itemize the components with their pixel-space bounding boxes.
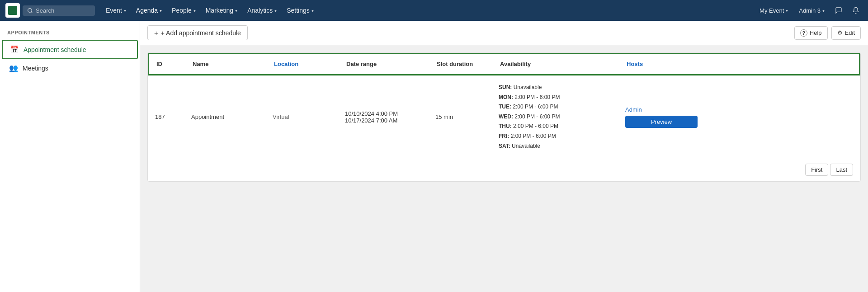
content-area: + + Add appointment schedule ? Help ⚙ Ed… [140,21,868,292]
bell-icon[interactable] [849,4,863,17]
nav-menu: Event ▾ Agenda ▾ People ▾ Marketing ▾ An… [101,4,753,17]
table-header-wrapper: ID Name Location Date range Slot duratio… [148,53,860,75]
sidebar-item-label: Appointment schedule [24,46,86,53]
avail-fri: FRI: 2:00 PM - 6:00 PM [499,132,625,141]
cell-name: Appointment [191,113,273,120]
avail-sun: SUN: Unavailable [499,83,625,93]
cell-hosts: Admin Preview [625,106,698,128]
avail-mon: MON: 2:00 PM - 6:00 PM [499,93,625,103]
chevron-down-icon: ▾ [160,8,162,13]
avail-sat: SAT: Unavailable [499,141,625,151]
nav-right-section: My Event ▾ Admin 3 ▾ [756,4,863,17]
sidebar: APPOINTMENTS 📅 Appointment schedule 👥 Me… [0,21,140,292]
my-event-menu[interactable]: My Event ▾ [756,5,792,16]
chevron-down-icon: ▾ [786,8,788,13]
column-hosts: Hosts [627,61,699,67]
add-appointment-schedule-button[interactable]: + + Add appointment schedule [147,25,248,40]
column-location: Location [274,61,346,67]
host-admin-link[interactable]: Admin [625,106,698,113]
cell-availability: SUN: Unavailable MON: 2:00 PM - 6:00 PM … [499,83,625,151]
preview-button[interactable]: Preview [625,116,698,128]
action-bar-right: ? Help ⚙ Edit [794,26,861,40]
sidebar-item-appointment-schedule[interactable]: 📅 Appointment schedule [2,40,138,59]
avail-wed: WED: 2:00 PM - 6:00 PM [499,112,625,122]
chevron-down-icon: ▾ [235,8,237,13]
chevron-down-icon: ▾ [124,8,126,13]
gear-icon: ⚙ [837,29,843,36]
help-button[interactable]: ? Help [794,26,828,40]
action-bar: + + Add appointment schedule ? Help ⚙ Ed… [140,21,868,45]
top-navigation: Event ▾ Agenda ▾ People ▾ Marketing ▾ An… [0,0,868,21]
first-page-button[interactable]: First [805,164,828,176]
sidebar-section-title: APPOINTMENTS [0,30,140,40]
edit-button[interactable]: ⚙ Edit [831,26,861,40]
table-header: ID Name Location Date range Slot duratio… [149,54,859,74]
cell-slot-duration: 15 min [435,113,499,120]
table-body: 187 Appointment Virtual 10/10/2024 4:00 … [148,75,860,158]
cell-location: Virtual [273,113,345,120]
chevron-down-icon: ▾ [274,8,277,13]
search-input[interactable] [36,7,90,14]
search-bar[interactable] [23,5,95,16]
nav-item-analytics[interactable]: Analytics ▾ [243,4,281,17]
help-icon: ? [800,29,807,37]
people-icon: 👥 [9,64,18,72]
nav-item-settings[interactable]: Settings ▾ [282,4,318,17]
table-row: 187 Appointment Virtual 10/10/2024 4:00 … [148,75,860,158]
nav-item-marketing[interactable]: Marketing ▾ [201,4,242,17]
avail-thu: THU: 2:00 PM - 6:00 PM [499,122,625,132]
nav-item-agenda[interactable]: Agenda ▾ [132,4,166,17]
chevron-down-icon: ▾ [311,8,314,13]
sidebar-item-label: Meetings [23,65,48,72]
hosts-column: Admin Preview [625,106,698,128]
search-icon [27,8,33,14]
column-name: Name [193,61,274,67]
avail-tue: TUE: 2:00 PM - 6:00 PM [499,102,625,112]
plus-icon: + [154,29,158,37]
app-logo [5,3,20,18]
pagination-bar: First Last [148,158,860,181]
svg-point-0 [28,8,32,12]
column-slot-duration: Slot duration [437,61,500,67]
column-id: ID [156,61,193,67]
nav-item-people[interactable]: People ▾ [167,4,200,17]
svg-line-1 [31,12,32,13]
megaphone-icon[interactable] [832,4,845,17]
sidebar-item-meetings[interactable]: 👥 Meetings [2,59,138,77]
chevron-down-icon: ▾ [193,8,196,13]
column-date-range: Date range [346,61,437,67]
last-page-button[interactable]: Last [830,164,853,176]
cell-id: 187 [155,113,191,120]
nav-item-event[interactable]: Event ▾ [101,4,131,17]
admin-menu[interactable]: Admin 3 ▾ [795,5,828,16]
availability-list: SUN: Unavailable MON: 2:00 PM - 6:00 PM … [499,83,625,151]
table-container: ID Name Location Date range Slot duratio… [147,52,861,182]
chevron-down-icon: ▾ [822,8,825,13]
column-availability: Availability [500,61,627,67]
main-container: APPOINTMENTS 📅 Appointment schedule 👥 Me… [0,21,868,292]
calendar-icon: 📅 [10,45,19,54]
cell-date-range: 10/10/2024 4:00 PM 10/17/2024 7:00 AM [345,110,435,124]
